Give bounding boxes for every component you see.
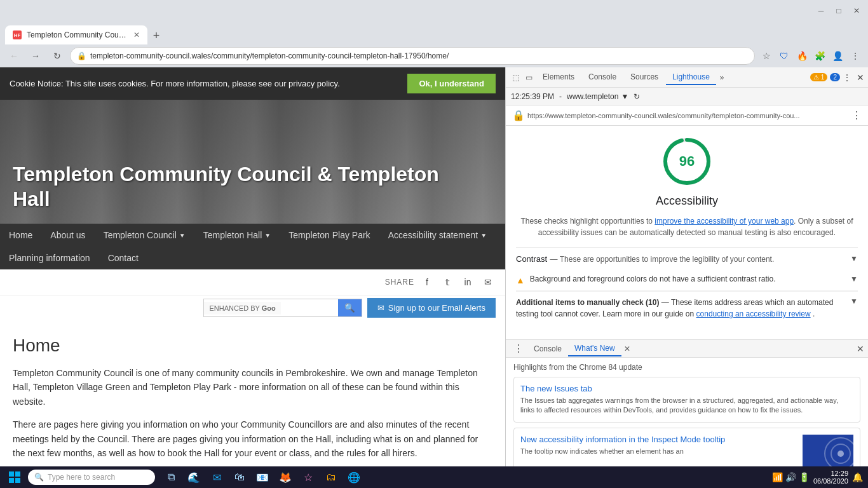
content-paragraph-1: Templeton Community Council is one of ma… [13,366,492,409]
close-button[interactable]: ✕ [850,4,863,17]
devtools-bottom-panel: ⋮ Console What's New ✕ ✕ Highlights from… [506,339,868,466]
email-app[interactable]: 📧 [253,468,272,486]
nav-council[interactable]: Templeton Council ▼ [95,224,194,247]
content-paragraph-2: There are pages here giving you informat… [13,417,492,460]
bookmark-app[interactable]: ☆ [299,468,318,486]
firefox-app[interactable]: 🦊 [276,468,295,486]
back-button[interactable]: ← [5,47,23,65]
additional-items-text: Additional items to manually check (10) … [516,297,845,320]
bottom-tab-whatsnew[interactable]: What's New [568,341,621,356]
devtools-toolbar: ⬚ ▭ Elements Console Sources Lighthouse … [506,67,868,88]
nav-playpark[interactable]: Templeton Play Park [280,224,379,247]
twitter-icon[interactable]: 𝕥 [440,274,455,290]
extension-icon-1[interactable]: 🛡 [776,48,792,64]
reload-button[interactable]: ↻ [48,47,66,65]
network-icon[interactable]: 📶 [772,472,783,482]
news-item-2-title[interactable]: New accessibility information in the Ins… [520,435,796,444]
maximize-button[interactable]: □ [832,4,845,17]
taskbar-search-label: Type here to search [48,473,115,482]
contrast-toggle[interactable]: ▼ [850,254,858,263]
contrast-title: Contrast [516,254,547,264]
edge-app[interactable]: 🌊 [184,468,203,486]
email-share-icon[interactable]: ✉ [480,274,496,290]
profile-icon[interactable]: 👤 [830,48,845,64]
title-bar: ─ □ ✕ [0,0,868,22]
devtools-tab-elements[interactable]: Elements [536,70,581,85]
files-app[interactable]: 🗂 [322,468,341,486]
store-app[interactable]: 🛍 [230,468,249,486]
nav-contact[interactable]: Contact [99,247,147,269]
search-input[interactable] [281,301,338,315]
volume-icon[interactable]: 🔊 [785,472,796,482]
lighthouse-menu-icon[interactable]: ⋮ [851,109,862,121]
device-toolbar-icon[interactable]: ▭ [523,72,535,83]
extension-icon-3[interactable]: 🧩 [812,48,827,64]
news-item-2-content: New accessibility information in the Ins… [520,435,796,466]
accessibility-review-link[interactable]: conducting an accessibility review [696,309,811,318]
nav-accessibility[interactable]: Accessibility statement ▼ [379,224,496,247]
taskbar-right: 📶 🔊 🔋 12:29 06/08/2020 🔔 [772,470,863,485]
nav-home[interactable]: Home [0,224,41,247]
bottom-tab-close-icon[interactable]: ✕ [621,344,633,353]
bottom-dot-menu[interactable]: ⋮ [510,342,527,355]
notifications-icon[interactable]: 🔔 [852,472,863,482]
battery-icon[interactable]: 🔋 [799,472,810,482]
search-button[interactable]: 🔍 [338,299,362,316]
email-signup-button[interactable]: ✉ Sign up to our Email Alerts [367,298,496,318]
additional-items-section: Additional items to manually check (10) … [516,291,858,325]
nav-planning[interactable]: Planning information [0,247,99,269]
new-tab-button[interactable]: + [147,27,165,44]
nav-hall[interactable]: Templeton Hall ▼ [194,224,280,247]
website-panel: Cookie Notice: This site uses cookies. F… [0,67,505,466]
bottom-tab-console[interactable]: Console [527,342,568,356]
inspect-element-icon[interactable]: ⬚ [510,72,522,83]
search-magnifier-icon: 🔍 [34,473,44,482]
url-bar[interactable]: 🔒 templeton-community-council.wales/comm… [70,47,755,65]
extension-icon-2[interactable]: 🔥 [794,48,810,64]
url-text: templeton-community-council.wales/commun… [90,51,748,60]
taskbar-search[interactable]: 🔍 Type here to search [28,470,155,485]
start-button[interactable] [5,468,24,486]
news-item-1-desc: The Issues tab aggregates warnings from … [520,396,853,416]
search-email-bar: ENHANCED BY Goo 🔍 ✉ Sign up to our Email… [0,295,505,323]
minimize-button[interactable]: ─ [815,4,827,17]
address-bar: ← → ↻ 🔒 templeton-community-council.wale… [0,44,868,67]
bookmark-icon[interactable]: ☆ [759,48,774,64]
mail-app[interactable]: ✉ [207,468,226,486]
linkedin-icon[interactable]: in [460,274,475,290]
news-item-1-title[interactable]: The new Issues tab [520,384,853,393]
warning-badge: ⚠ 1 [810,73,827,81]
contrast-section-content: Contrast — These are opportunities to im… [516,253,774,264]
additional-items-toggle[interactable]: ▼ [850,297,858,306]
facebook-icon[interactable]: f [419,274,435,290]
devtools-close-button[interactable]: ✕ [857,72,864,83]
window-controls[interactable]: ─ □ ✕ [815,4,863,17]
bottom-panel-close-button[interactable]: ✕ [857,344,864,354]
tab-close-button[interactable]: ✕ [133,30,140,39]
cookie-accept-button[interactable]: Ok, I understand [407,74,496,93]
forward-button[interactable]: → [27,47,44,65]
devtools-tab-lighthouse[interactable]: Lighthouse [666,70,716,85]
site-title: Templeton Community Council & Templeton … [13,162,439,211]
bottom-panel-content: Highlights from the Chrome 84 update The… [506,358,868,466]
nav-arrow-3: ▼ [480,232,487,239]
chrome-app[interactable]: 🌐 [344,468,363,486]
devtools-reload-icon[interactable]: ↻ [634,92,640,101]
devtools-tab-console[interactable]: Console [582,70,623,85]
improve-accessibility-link[interactable]: improve the accessibility of your web ap… [654,217,794,226]
browser-tab[interactable]: HF Templeton Community Council & ✕ [5,25,147,44]
devtools-more-menu[interactable]: ⋮ [843,72,851,83]
audit-item-toggle[interactable]: ▼ [850,274,858,283]
more-tabs-icon[interactable]: » [717,72,727,83]
devtools-url-dropdown[interactable]: ▼ [621,92,628,101]
taskbar-apps: ⧉ 🌊 ✉ 🛍 📧 🦊 ☆ 🗂 🌐 [161,468,363,486]
nav-about[interactable]: About us [41,224,94,247]
devtools-tab-sources[interactable]: Sources [624,70,665,85]
audit-item-contrast: ▲ Background and foreground colors do no… [516,269,858,291]
browser-actions: ☆ 🛡 🔥 🧩 👤 ⋮ [759,48,863,64]
menu-icon[interactable]: ⋮ [848,48,863,64]
audit-warning-icon: ▲ [516,275,525,285]
main-area: Cookie Notice: This site uses cookies. F… [0,67,868,466]
share-label: SHARE [385,278,414,287]
taskview-button[interactable]: ⧉ [161,468,180,486]
